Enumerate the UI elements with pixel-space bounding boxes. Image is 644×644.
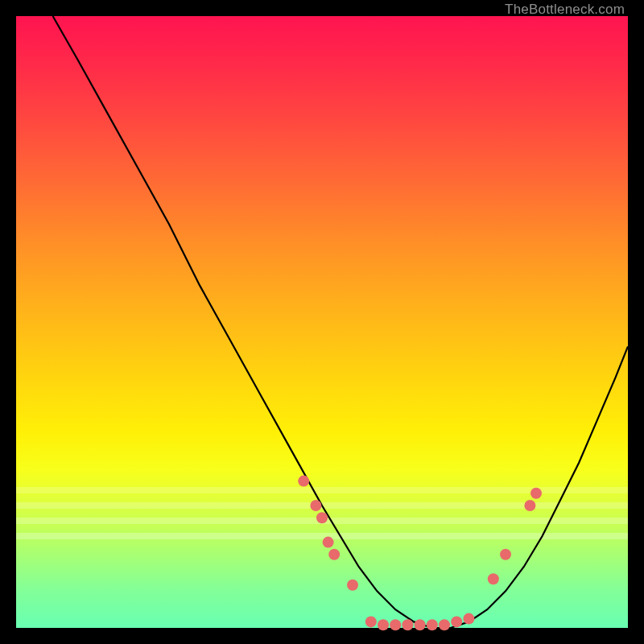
data-point bbox=[310, 500, 321, 511]
bottleneck-curve bbox=[53, 16, 628, 628]
data-point bbox=[365, 616, 377, 627]
data-point bbox=[402, 619, 413, 630]
data-point bbox=[463, 613, 474, 625]
data-point bbox=[347, 580, 358, 591]
data-points bbox=[298, 476, 542, 631]
data-point bbox=[415, 619, 426, 630]
data-point bbox=[427, 619, 438, 630]
data-point bbox=[500, 549, 511, 560]
data-point bbox=[298, 476, 309, 487]
chart-frame: TheBottleneck.com bbox=[16, 16, 628, 628]
data-point bbox=[323, 537, 334, 548]
data-point bbox=[316, 512, 328, 523]
data-point bbox=[451, 616, 462, 627]
data-point bbox=[378, 619, 389, 630]
data-point bbox=[488, 573, 499, 584]
attribution-text: TheBottleneck.com bbox=[505, 2, 625, 18]
data-point bbox=[328, 549, 340, 560]
data-point bbox=[439, 619, 450, 630]
data-point bbox=[390, 619, 401, 630]
data-point bbox=[530, 488, 542, 499]
chart-svg bbox=[16, 16, 628, 628]
data-point bbox=[524, 500, 535, 511]
